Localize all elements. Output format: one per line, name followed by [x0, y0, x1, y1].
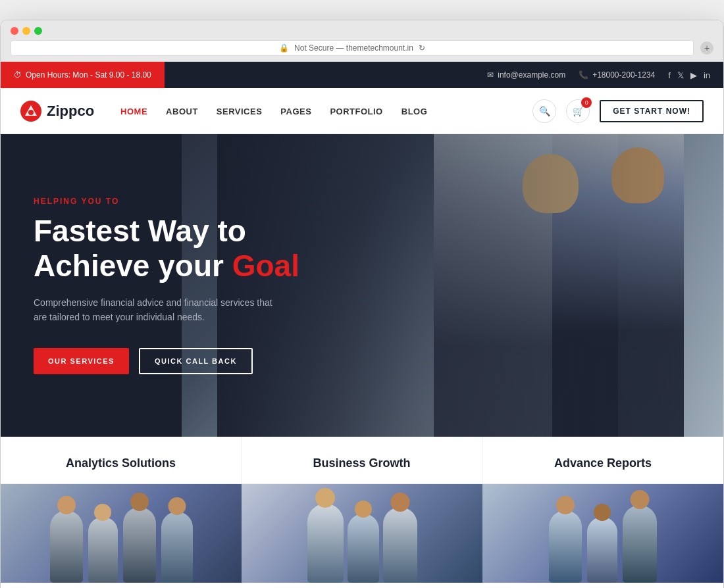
cart-button[interactable]: 🛒 0 — [566, 99, 590, 123]
service-growth: Business Growth — [242, 437, 482, 483]
card-growth-text: To implement future-oriented logistics s… — [242, 583, 482, 588]
analytics-title: Analytics Solutions — [24, 456, 218, 470]
search-button[interactable]: 🔍 — [532, 99, 556, 123]
services-strip: Analytics Solutions Business Growth Adva… — [1, 437, 723, 483]
card-reports-text: Concerned with a variety of forms of com… — [482, 583, 723, 588]
email-contact[interactable]: ✉ info@example.com — [487, 70, 565, 80]
nav-actions: 🔍 🛒 0 GET START NOW! — [532, 99, 704, 123]
card-reports: Concerned with a variety of forms of com… — [482, 484, 723, 588]
phone-text: +18000-200-1234 — [592, 70, 655, 80]
phone-icon: 📞 — [579, 70, 588, 80]
svg-point-1 — [28, 110, 34, 115]
lock-icon: 🔒 — [279, 43, 289, 53]
top-bar: ⏱ Open Hours: Mon - Sat 9.00 - 18.00 ✉ i… — [1, 62, 723, 88]
hero-subtitle: Comprehensive financial advice and finan… — [34, 295, 284, 325]
service-analytics: Analytics Solutions — [1, 437, 242, 483]
get-started-button[interactable]: GET START NOW! — [600, 100, 704, 122]
phone-contact[interactable]: 📞 +18000-200-1234 — [579, 70, 655, 80]
refresh-icon[interactable]: ↻ — [419, 43, 425, 53]
hero-title-highlight: Goal — [232, 249, 299, 283]
service-cards-images: We are in charge of, to increase of a co… — [1, 483, 723, 588]
facebook-icon[interactable]: f — [668, 70, 671, 80]
card-growth-image — [242, 484, 482, 583]
new-tab-button[interactable]: + — [700, 41, 713, 55]
hero-content: HELPING YOU TO Fastest Way to Achieve yo… — [1, 134, 398, 437]
nav-portfolio[interactable]: PORTFOLIO — [330, 105, 382, 117]
hero-eyebrow: HELPING YOU TO — [34, 197, 365, 206]
nav-links: HOME ABOUT SERVICES PAGES PORTFOLIO BLOG — [120, 105, 532, 117]
top-bar-right: ✉ info@example.com 📞 +18000-200-1234 f 𝕏… — [165, 62, 723, 88]
search-icon: 🔍 — [539, 106, 550, 116]
nav-services-link[interactable]: SERVICES — [217, 107, 263, 116]
nav-about[interactable]: ABOUT — [166, 105, 198, 117]
window-controls — [11, 27, 713, 35]
card-analytics-text: We are in charge of, to increase of a co… — [1, 583, 242, 588]
minimize-button[interactable] — [22, 27, 30, 35]
url-text: Not Secure — themetechmount.in — [294, 43, 413, 53]
email-icon: ✉ — [487, 70, 494, 80]
quick-callback-button[interactable]: QUICK CALL BACK — [139, 348, 253, 374]
logo[interactable]: Zippco — [20, 101, 94, 122]
maximize-button[interactable] — [34, 27, 42, 35]
browser-chrome: 🔒 Not Secure — themetechmount.in ↻ + — [0, 20, 724, 62]
hero-title-line2: Achieve your — [34, 249, 224, 283]
url-bar[interactable]: 🔒 Not Secure — themetechmount.in ↻ — [11, 40, 694, 56]
service-reports: Advance Reports — [482, 437, 723, 483]
reports-title: Advance Reports — [505, 456, 700, 470]
nav-portfolio-link[interactable]: PORTFOLIO — [330, 107, 382, 116]
navbar: Zippco HOME ABOUT SERVICES PAGES PORTFOL… — [1, 88, 723, 134]
logo-text: Zippco — [47, 103, 94, 120]
cart-icon: 🛒 — [573, 106, 584, 116]
nav-pages-link[interactable]: PAGES — [280, 107, 311, 116]
hero-title: Fastest Way to Achieve your Goal — [34, 214, 365, 283]
nav-home[interactable]: HOME — [120, 105, 147, 117]
close-button[interactable] — [11, 27, 18, 35]
hero-buttons: OUR SERVICES QUICK CALL BACK — [34, 348, 365, 374]
youtube-icon[interactable]: ▶ — [690, 70, 697, 80]
card-analytics-image — [1, 484, 242, 583]
linkedin-icon[interactable]: in — [704, 70, 710, 80]
nav-home-link[interactable]: HOME — [120, 107, 147, 116]
our-services-button[interactable]: OUR SERVICES — [34, 348, 129, 374]
card-growth: To implement future-oriented logistics s… — [242, 484, 482, 588]
card-reports-image — [482, 484, 723, 583]
open-hours-text: Open Hours: Mon - Sat 9.00 - 18.00 — [26, 70, 151, 80]
card-analytics: We are in charge of, to increase of a co… — [1, 484, 242, 588]
hero-section: HELPING YOU TO Fastest Way to Achieve yo… — [1, 134, 723, 437]
nav-pages[interactable]: PAGES — [280, 105, 311, 117]
social-icons: f 𝕏 ▶ in — [668, 70, 710, 80]
cart-badge: 0 — [581, 97, 592, 108]
nav-about-link[interactable]: ABOUT — [166, 107, 198, 116]
nav-blog[interactable]: BLOG — [401, 105, 428, 117]
top-bar-left: ⏱ Open Hours: Mon - Sat 9.00 - 18.00 — [1, 62, 165, 88]
browser-window: 🔒 Not Secure — themetechmount.in ↻ + ⏱ O… — [0, 20, 724, 588]
nav-services[interactable]: SERVICES — [217, 105, 263, 117]
growth-title: Business Growth — [265, 456, 459, 470]
hero-title-line1: Fastest Way to — [34, 214, 246, 248]
clock-icon: ⏱ — [14, 70, 22, 80]
nav-blog-link[interactable]: BLOG — [401, 107, 428, 116]
logo-icon — [20, 101, 41, 122]
browser-toolbar: 🔒 Not Secure — themetechmount.in ↻ + — [11, 40, 713, 56]
twitter-icon[interactable]: 𝕏 — [677, 70, 684, 80]
website-content: ⏱ Open Hours: Mon - Sat 9.00 - 18.00 ✉ i… — [0, 62, 724, 588]
email-text: info@example.com — [498, 70, 565, 80]
